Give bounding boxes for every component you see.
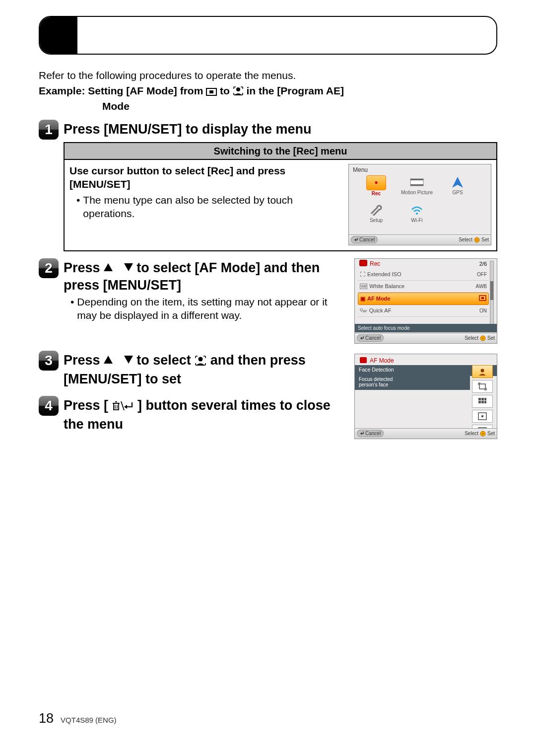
rec-header-icon <box>360 260 367 266</box>
svg-rect-29 <box>484 401 486 403</box>
row-af-mode: ▣ AF Mode <box>358 293 489 305</box>
gps-icon <box>448 175 467 189</box>
step-3-title: Press to select and then press [MENU/SET… <box>64 352 342 388</box>
triangle-down-icon <box>124 356 133 364</box>
lcd2-hint: Select auto focus mode <box>355 324 497 332</box>
wrench-icon <box>367 203 386 217</box>
step-2: 2 Press to select [AF Mode] and then pre… <box>39 258 497 344</box>
svg-rect-27 <box>478 401 481 403</box>
page-number: 18 <box>39 710 54 727</box>
doc-id: VQT4S89 (ENG) <box>61 715 117 725</box>
lcd1-select-set: Select Set <box>459 236 489 243</box>
camera-icon: ● <box>366 175 386 190</box>
svg-point-9 <box>476 239 477 240</box>
af-header-icon <box>360 357 367 363</box>
example-line: Example: Setting [AF Mode] from to in th… <box>39 84 497 99</box>
page-footer: 18 VQT4S89 (ENG) <box>39 710 117 727</box>
row-quick-af: QAF Quick AFON <box>358 305 489 317</box>
svg-marker-21 <box>124 405 127 409</box>
triangle-up-icon <box>104 356 113 364</box>
svg-point-7 <box>416 213 418 215</box>
lcd3-cancel: Cancel <box>357 430 384 437</box>
lcd3-select-set: Select Set <box>465 430 495 437</box>
svg-rect-1 <box>209 90 213 93</box>
af-option-tracking <box>472 380 493 393</box>
step-number-2: 2 <box>39 258 59 278</box>
menu-item-motion: Motion Picture <box>398 175 436 201</box>
lcd3-description: Focus detectedperson's face <box>355 376 470 390</box>
svg-point-35 <box>482 433 483 434</box>
switching-box-note: • The menu type can also be selected by … <box>69 193 342 221</box>
switching-box: Switching to the [Rec] menu Use cursor b… <box>64 142 497 251</box>
af-option-single <box>472 410 493 423</box>
af-single-area-icon <box>479 295 486 302</box>
lcd2-scrollbar <box>490 261 494 331</box>
section-title: Setting the menu <box>84 26 229 50</box>
lcd1-cancel: Cancel <box>351 236 378 243</box>
wb-icon: WB <box>360 284 367 289</box>
triangle-down-icon <box>124 263 133 271</box>
svg-rect-23 <box>479 384 485 389</box>
back-arrow-icon <box>360 431 364 436</box>
step-number-1: 1 <box>39 120 59 140</box>
menu-item-wifi: Wi-Fi <box>398 203 436 231</box>
intro-text: Refer to the following procedures to ope… <box>39 69 497 82</box>
svg-point-22 <box>481 369 484 372</box>
af-single-area-icon <box>206 85 217 99</box>
step-4: 4 Press [ <box>39 396 342 434</box>
lcd-rec-list: Rec 2/6 ⛶ Extended ISOOFF WB White Balan… <box>354 258 497 344</box>
section-title-tab <box>39 16 77 55</box>
row-extended-iso: ⛶ Extended ISOOFF <box>358 269 489 281</box>
lcd2-bottombar: Cancel Select Set <box>355 333 497 343</box>
trash-return-icon <box>112 398 134 416</box>
svg-point-14 <box>199 357 203 361</box>
af-option-face <box>472 365 493 378</box>
menu-item-rec: ● Rec <box>357 175 396 201</box>
row-white-balance: WB White BalanceAWB <box>358 281 489 293</box>
lcd2-rows: ⛶ Extended ISOOFF WB White BalanceAWB ▣ … <box>358 269 489 317</box>
lcd-af-mode: AF Mode Face Detection Focus detectedper… <box>354 354 497 439</box>
lcd2-cancel: Cancel <box>357 334 384 342</box>
lcd1-bottombar: Cancel Select Set <box>349 234 491 245</box>
svg-rect-28 <box>481 401 484 403</box>
af-option-multi <box>472 395 493 408</box>
svg-rect-15 <box>114 403 119 410</box>
iso-icon: ⛶ <box>360 271 365 278</box>
face-detect-icon <box>233 85 244 99</box>
svg-rect-4 <box>410 179 423 180</box>
manual-page: Setting the menu Refer to the following … <box>0 0 536 756</box>
lcd2-page: 2/6 <box>479 260 487 267</box>
dpad-icon <box>480 431 486 437</box>
svg-marker-6 <box>452 177 463 188</box>
step-3: 3 Press to select and then press [MENU/S… <box>39 351 342 389</box>
triangle-up-icon <box>104 263 113 271</box>
film-icon <box>407 175 426 189</box>
wifi-icon <box>407 203 426 217</box>
svg-point-2 <box>236 87 240 91</box>
step-1: 1 Press [MENU/SET] to display the menu S… <box>39 120 497 251</box>
face-detect-icon <box>195 353 206 371</box>
svg-rect-25 <box>481 398 484 400</box>
lcd3-bottombar: Cancel Select Set <box>355 428 497 439</box>
svg-rect-31 <box>481 415 483 417</box>
back-arrow-icon <box>354 237 358 242</box>
step-number-4: 4 <box>39 396 59 416</box>
step-4-title: Press [ <box>64 397 342 433</box>
svg-rect-11 <box>481 297 484 299</box>
qaf-icon: QAF <box>360 307 367 313</box>
menu-item-gps: GPS <box>438 175 477 201</box>
menu-item-setup: Setup <box>357 203 396 231</box>
lcd2-header: Rec <box>370 260 380 268</box>
svg-rect-5 <box>410 184 423 186</box>
step-1-title: Press [MENU/SET] to display the menu <box>64 121 497 138</box>
lcd-menu-grid: Menu ● Rec Motion Picture <box>348 164 491 245</box>
lcd1-title: Menu <box>353 166 368 174</box>
svg-line-20 <box>121 401 124 410</box>
af-icon: ▣ <box>360 295 365 302</box>
dpad-icon <box>474 237 480 243</box>
svg-rect-24 <box>478 398 481 400</box>
step-number-3: 3 <box>39 351 59 371</box>
step-2-note: • Depending on the item, its setting may… <box>64 295 342 322</box>
lcd3-title: AF Mode <box>370 357 394 365</box>
switching-box-header: Switching to the [Rec] menu <box>65 143 496 160</box>
